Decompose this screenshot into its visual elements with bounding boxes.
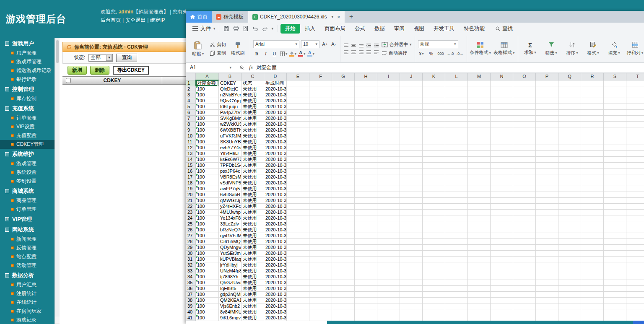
sheet-cell[interactable] (604, 104, 626, 110)
sheet-cell[interactable]: 100 (196, 262, 219, 268)
window-tab[interactable]: 首页 (186, 11, 212, 23)
sheet-cell[interactable] (377, 80, 400, 86)
sheet-cell[interactable]: 2020-10-30 09:44:23 (264, 110, 287, 116)
sheet-cell[interactable] (332, 215, 355, 221)
sheet-cell[interactable] (536, 168, 558, 174)
sheet-cell[interactable]: QDyMngw (219, 245, 242, 251)
sheet-cell[interactable] (558, 233, 581, 239)
sheet-cell[interactable] (377, 233, 400, 239)
sheet-cell[interactable] (400, 186, 423, 192)
sheet-cell[interactable] (604, 245, 626, 251)
sidebar-item[interactable]: CDKEY管理 (0, 140, 55, 149)
sheet-cell[interactable] (558, 80, 581, 86)
sheet-cell[interactable] (536, 315, 558, 321)
sheet-cell[interactable] (581, 174, 604, 180)
sheet-cell[interactable]: 2020-10-30 09:44:23 (264, 98, 287, 104)
font-name-select[interactable]: Arial▾ (253, 40, 299, 48)
sheet-cell[interactable] (626, 198, 644, 204)
sheet-cell[interactable] (400, 262, 423, 268)
sheet-cell[interactable] (355, 221, 377, 227)
sheet-cell[interactable] (287, 298, 309, 303)
row-header-3[interactable]: 3 (186, 92, 196, 98)
sheet-cell[interactable] (604, 186, 626, 192)
sheet-cell[interactable]: 未使用 (242, 86, 264, 92)
sheet-cell[interactable] (581, 151, 604, 157)
sheet-cell[interactable] (423, 86, 445, 92)
col-header-N[interactable]: N (491, 73, 513, 80)
sheet-cell[interactable] (423, 110, 445, 116)
sheet-cell[interactable]: 100 (196, 104, 219, 110)
sheet-cell[interactable] (491, 127, 513, 133)
sheet-cell[interactable] (558, 303, 581, 309)
sheet-cell[interactable] (377, 145, 400, 151)
sidebar-item[interactable]: 商品管理 (0, 196, 55, 205)
sheet-cell[interactable] (445, 133, 468, 139)
window-tab[interactable]: CDKEY_20201030094426.xls▾× (248, 11, 345, 23)
sheet-cell[interactable]: 2020-10-30 09:44:23 (264, 92, 287, 98)
sheet-cell[interactable]: 2020-10-30 09:44:23 (264, 133, 287, 139)
qat-customize-icon[interactable]: ▾ (272, 26, 274, 31)
求和-button[interactable]: Σ求和▾ (521, 36, 540, 62)
sheet-cell[interactable]: 未使用 (242, 192, 264, 198)
sheet-cell[interactable] (445, 104, 468, 110)
sheet-cell[interactable]: 2020-10-30 09:44:23 (264, 215, 287, 221)
sheet-cell[interactable] (558, 315, 581, 321)
sheet-cell[interactable] (604, 204, 626, 210)
row-header-17[interactable]: 17 (186, 174, 196, 180)
sheet-cell[interactable] (400, 227, 423, 233)
row-header-7[interactable]: 7 (186, 116, 196, 122)
sheet-cell[interactable] (558, 309, 581, 315)
sheet-cell[interactable] (604, 262, 626, 268)
sheet-cell[interactable] (581, 292, 604, 298)
sheet-cell[interactable] (468, 192, 491, 198)
sheet-cell[interactable] (536, 303, 558, 309)
sheet-cell[interactable] (491, 86, 513, 92)
sheet-cell[interactable] (536, 257, 558, 262)
sheet-cell[interactable] (581, 239, 604, 245)
sheet-cell[interactable] (558, 286, 581, 292)
sheet-cell[interactable] (309, 92, 332, 98)
sheet-cell[interactable]: IqEltBt5 (219, 286, 242, 292)
sheet-cell[interactable] (558, 204, 581, 210)
row-header-32[interactable]: 32 (186, 262, 196, 268)
sheet-cell[interactable] (604, 139, 626, 145)
sheet-cell[interactable]: 2020-10-30 09:44:23 (264, 257, 287, 262)
sheet-cell[interactable] (513, 157, 536, 163)
sheet-cell[interactable] (513, 151, 536, 157)
sheet-cell[interactable] (355, 163, 377, 168)
sheet-cell[interactable] (309, 122, 332, 127)
col-header-T[interactable]: T (626, 73, 644, 80)
sheet-cell[interactable] (513, 180, 536, 186)
scrollbar-thumb[interactable] (56, 40, 59, 63)
sheet-cell[interactable] (355, 98, 377, 104)
sheet-cell[interactable] (400, 122, 423, 127)
sheet-cell[interactable] (423, 221, 445, 227)
sheet-cell[interactable]: 2020-10-30 09:44:23 (264, 157, 287, 163)
sheet-cell[interactable] (558, 221, 581, 227)
close-icon[interactable]: × (337, 14, 340, 20)
sheet-cell[interactable]: 100 (196, 221, 219, 227)
sheet-cell[interactable] (626, 315, 644, 321)
sheet-cell[interactable] (332, 86, 355, 92)
sheet-cell[interactable] (536, 210, 558, 215)
sheet-cell[interactable] (445, 157, 468, 163)
sheet-cell[interactable] (423, 251, 445, 257)
sheet-cell[interactable] (604, 280, 626, 286)
sheet-cell[interactable]: 6vhfSabR (219, 192, 242, 198)
col-header-G[interactable]: G (332, 73, 355, 80)
sheet-cell[interactable] (536, 292, 558, 298)
ribbon-tab-开发工具[interactable]: 开发工具 (429, 24, 459, 34)
status-select[interactable]: 全部 ▼ (88, 54, 113, 62)
sheet-cell[interactable] (355, 298, 377, 303)
sheet-cell[interactable]: 100 (196, 233, 219, 239)
sheet-cell[interactable] (513, 268, 536, 274)
sheet-cell[interactable] (513, 122, 536, 127)
row-header-22[interactable]: 22 (186, 204, 196, 210)
sheet-cell[interactable] (400, 292, 423, 298)
sheet-cell[interactable]: VBR8EsM (219, 174, 242, 180)
sheet-cell[interactable] (309, 80, 332, 86)
sheet-cell[interactable] (536, 298, 558, 303)
sheet-cell[interactable] (309, 98, 332, 104)
sheet-cell[interactable] (626, 104, 644, 110)
sheet-cell[interactable]: td6Ljuqu (219, 104, 242, 110)
